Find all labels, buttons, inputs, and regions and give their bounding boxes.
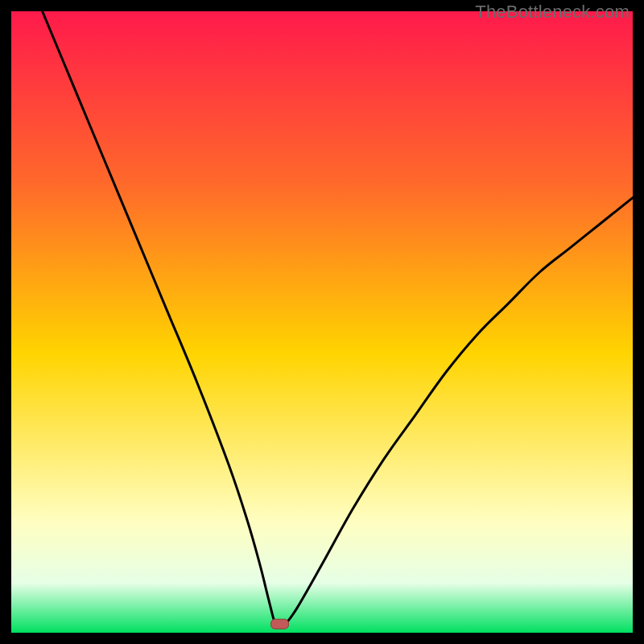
gradient-background: [11, 11, 633, 633]
watermark-text: TheBottleneck.com: [475, 2, 630, 23]
optimal-marker: [271, 619, 289, 629]
plot-frame: [11, 11, 633, 633]
bottleneck-chart: [11, 11, 633, 633]
